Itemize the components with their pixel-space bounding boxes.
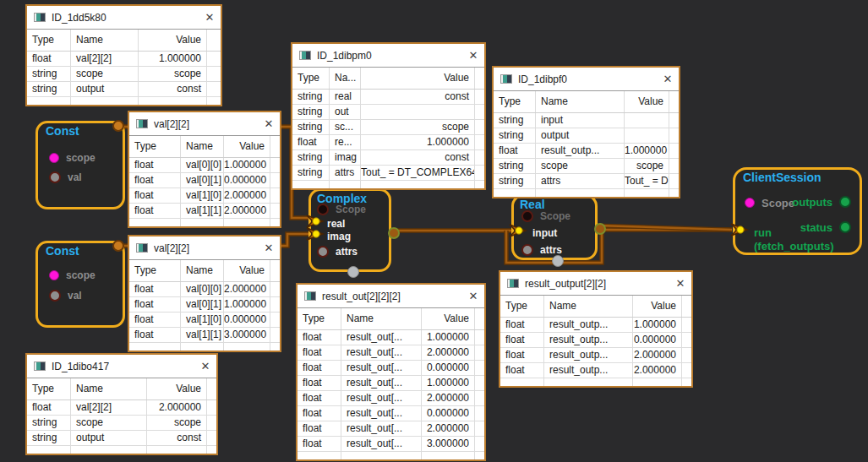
node-const-1[interactable]: Const scope val — [35, 121, 125, 209]
table-row[interactable]: stringimagconst — [292, 150, 484, 166]
cell-name: real — [330, 90, 361, 104]
table-row[interactable]: floatval[0][1]0.000000 — [129, 173, 280, 188]
pin-status-dot[interactable] — [839, 221, 851, 233]
node-const-2[interactable]: Const scope val — [35, 241, 125, 328]
table-row[interactable]: stringoutputconst — [27, 431, 216, 446]
window-titlebar[interactable]: val[2][2]✕ — [129, 112, 280, 135]
table-row[interactable]: floatval[0][1]1.000000 — [129, 297, 280, 313]
table-row[interactable]: floatval[1][0]2.000000 — [129, 188, 280, 204]
inspector-window[interactable]: val[2][2]✕TypeNameValuefloatval[0][0]1.0… — [128, 111, 281, 228]
cell-type: string — [494, 174, 536, 188]
cell-name: result_out[... — [341, 376, 422, 390]
table-row[interactable]: floatresult_out[...0.000000 — [298, 361, 484, 376]
table-row[interactable]: floatval[2][2]1.000000 — [27, 52, 221, 67]
inspector-window[interactable]: ID_1dibo417✕TypeNameValuefloatval[2][2]2… — [25, 353, 218, 455]
table-row[interactable]: stringscopescope — [494, 159, 679, 174]
table-row[interactable]: floatval[1][0]0.000000 — [129, 313, 280, 328]
table-row[interactable]: floatresult_out[...3.000000 — [298, 437, 484, 452]
node-bottom-port[interactable] — [552, 255, 564, 267]
table-row[interactable]: stringscopescope — [27, 416, 216, 431]
input-pin-arrow-icon[interactable] — [306, 226, 328, 242]
table-row[interactable]: stringinput — [494, 113, 679, 128]
close-icon[interactable]: ✕ — [657, 73, 679, 85]
cell-type: float — [500, 363, 544, 378]
inspector-window[interactable]: val[2][2]✕TypeNameValuefloatval[0][0]2.0… — [128, 235, 281, 352]
pin-scope-label: Scope — [336, 204, 366, 215]
window-titlebar[interactable]: ID_1dibo417✕ — [27, 355, 216, 378]
table-row[interactable]: floatval[2][2]2.000000 — [27, 400, 216, 416]
window-titlebar[interactable]: result_out[2][2][2]✕ — [298, 285, 484, 307]
pin-val-dot[interactable] — [49, 290, 61, 302]
pin-attrs-label: attrs — [540, 244, 562, 256]
window-titlebar[interactable]: ID_1dd5k80✕ — [27, 6, 221, 29]
cell-spare — [270, 136, 280, 157]
node-output-port[interactable] — [388, 227, 400, 239]
cell-value: Value — [147, 378, 207, 399]
close-icon[interactable]: ✕ — [194, 360, 216, 372]
table-row[interactable]: floatresult_out[...2.000000 — [298, 421, 484, 437]
node-graph-canvas[interactable]: Const scope val Const scope val Complex … — [0, 0, 868, 462]
inspector-window[interactable]: ID_1dibpm0✕TypeNa...Valuestringrealconst… — [291, 42, 486, 190]
table-row[interactable]: stringout — [292, 105, 484, 120]
input-pin-arrow-icon[interactable] — [730, 222, 752, 237]
properties-table: TypeNa...Valuestringrealconststringoutst… — [292, 67, 484, 188]
cell-name: result_out[... — [341, 330, 422, 345]
close-icon[interactable]: ✕ — [462, 290, 484, 302]
close-icon[interactable]: ✕ — [462, 49, 484, 62]
table-empty-strip — [292, 181, 484, 188]
table-row[interactable]: floatresult_out[...2.000000 — [298, 391, 484, 406]
table-row[interactable]: stringattrsTout_ = DT_COMPLEX64 — [292, 166, 484, 181]
pin-outputs-dot[interactable] — [839, 196, 851, 208]
close-icon[interactable]: ✕ — [258, 117, 280, 130]
pin-attrs-dot[interactable] — [317, 246, 329, 258]
node-output-port[interactable] — [112, 120, 124, 132]
table-row[interactable]: floatresult_outp...1.000000 — [500, 318, 691, 333]
inspector-window[interactable]: result_out[2][2][2]✕TypeNameValuefloatre… — [296, 283, 486, 461]
window-titlebar[interactable]: ID_1dibpf0✕ — [494, 68, 679, 90]
node-output-port[interactable] — [594, 223, 606, 235]
input-pin-arrow-icon[interactable] — [509, 223, 531, 238]
table-row[interactable]: floatresult_outp...2.000000 — [500, 348, 691, 363]
table-row[interactable]: floatresult_out[...1.000000 — [298, 330, 484, 345]
close-icon[interactable]: ✕ — [258, 242, 280, 254]
table-row[interactable]: stringoutput — [494, 128, 679, 144]
window-titlebar[interactable]: ID_1dibpm0✕ — [292, 44, 484, 67]
table-row[interactable]: floatresult_out[...0.000000 — [298, 406, 484, 421]
table-row[interactable]: floatresult_outp...2.000000 — [500, 363, 691, 378]
node-complex[interactable]: Complex Scope real imag attrs — [308, 188, 391, 272]
table-row[interactable]: floatresult_outp...0.000000 — [500, 333, 691, 348]
table-row[interactable]: stringrealconst — [292, 90, 484, 105]
table-row[interactable]: stringsc...scope — [292, 120, 484, 135]
window-titlebar[interactable]: val[2][2]✕ — [129, 236, 280, 259]
node-output-port[interactable] — [112, 240, 124, 252]
pin-scope-dot[interactable] — [49, 270, 59, 280]
table-row[interactable]: floatresult_out[...2.000000 — [298, 345, 484, 361]
cell-type: float — [298, 406, 341, 421]
table-row[interactable]: floatval[0][0]2.000000 — [129, 282, 280, 297]
node-bottom-port[interactable] — [347, 266, 359, 278]
node-clientsession[interactable]: ClientSession Scope outputs status run (… — [733, 167, 862, 255]
node-real[interactable]: Real Scope input attrs — [511, 194, 598, 260]
inspector-window[interactable]: ID_1dd5k80✕TypeNameValuefloatval[2][2]1.… — [25, 4, 222, 106]
table-row[interactable]: stringscopescope — [27, 67, 221, 82]
window-titlebar[interactable]: result_output[2][2]✕ — [500, 272, 691, 295]
table-row[interactable]: floatresult_outp...1.000000 — [494, 144, 679, 159]
pin-val-dot[interactable] — [49, 171, 61, 183]
inspector-window[interactable]: result_output[2][2]✕TypeNameValuefloatre… — [499, 270, 693, 388]
pin-attrs-dot[interactable] — [521, 244, 533, 256]
close-icon[interactable]: ✕ — [199, 11, 221, 24]
table-row[interactable]: stringattrsTout_ = DT... — [494, 174, 679, 189]
close-icon[interactable]: ✕ — [669, 277, 691, 290]
table-header-row: TypeNa...Value — [292, 68, 484, 90]
table-row[interactable]: floatval[0][0]1.000000 — [129, 158, 280, 173]
table-row[interactable]: stringoutputconst — [27, 82, 221, 97]
table-row[interactable]: floatresult_out[...1.000000 — [298, 376, 484, 391]
inspector-window[interactable]: ID_1dibpf0✕TypeNameValuestringinputstrin… — [492, 66, 680, 198]
pin-scope-dot[interactable] — [745, 198, 755, 208]
table-row[interactable]: floatval[1][1]2.000000 — [129, 204, 280, 219]
table-row[interactable]: floatre...1.000000 — [292, 135, 484, 150]
pin-scope-dot[interactable] — [49, 153, 59, 163]
window-title: val[2][2] — [154, 242, 258, 254]
table-row[interactable]: floatval[1][1]3.000000 — [129, 328, 280, 343]
pin-scope-dot[interactable] — [521, 210, 533, 222]
